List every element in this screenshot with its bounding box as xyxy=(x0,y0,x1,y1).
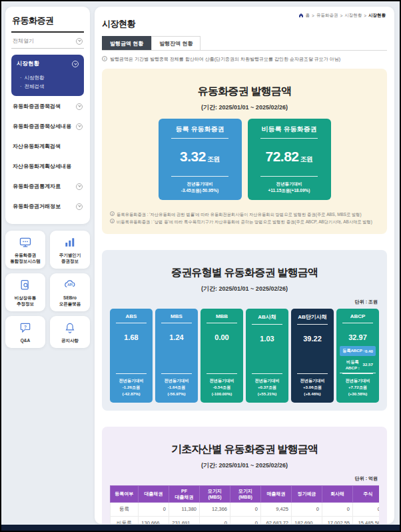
divider xyxy=(116,323,147,323)
quick-link-unlisted-estimate[interactable]: 비상장유통 추정정보 xyxy=(5,273,45,311)
sidebar-subitem-full-search[interactable]: 전체검색 xyxy=(17,81,79,90)
type-card-unit: 단위 : 조원 xyxy=(111,299,378,305)
sidebar-item-label: 유동화증권통계자료 xyxy=(13,183,61,190)
divider xyxy=(161,323,192,323)
sidebar-item-security-search[interactable]: 유동화증권종목검색 xyxy=(11,96,84,116)
sidebar-item-security-detail[interactable]: 유동화증권종목상세내용 xyxy=(11,116,84,136)
divider xyxy=(297,324,328,325)
footnote: 등록유동화증권 : '자산유동화에 관한 법률'에 따라 유동화전문회사등이 자… xyxy=(110,211,379,218)
box-yoy: 전년동기대비 -3.45조원(-50.95%) xyxy=(164,181,236,194)
unregistered-abs-box: 비등록 유동화증권 72.82조원 전년동기대비 +11.15조원(+18.09… xyxy=(248,119,331,200)
quick-link-label: SEBro 오픈플랫폼 xyxy=(51,295,89,307)
quick-link-label: 비상장유통 추정정보 xyxy=(7,295,44,307)
column-label: MBB xyxy=(203,313,240,323)
breadcrumb-home[interactable]: 홈 xyxy=(306,13,310,19)
breadcrumb-separator: > xyxy=(340,13,342,18)
sidebar-item-plan-search[interactable]: 자산유동화계획검색 xyxy=(11,136,84,156)
quick-link-qna[interactable]: ? Q&A xyxy=(5,316,45,348)
abcp-sub-value: 32.57 xyxy=(363,362,373,367)
registered-abs-box: 등록 유동화증권 3.32조원 전년동기대비 -3.45조원(-50.95%) xyxy=(159,119,242,200)
document-search-icon xyxy=(7,279,44,292)
column-label: AB사채 xyxy=(248,313,286,324)
asset-card-period: (기간: 2025/01/01 ~ 2025/02/26) xyxy=(110,461,379,470)
box-value: 3.32조원 xyxy=(164,149,236,165)
quick-link-notice[interactable]: 공지사항 xyxy=(50,316,90,348)
sidebar-subitem-market-status[interactable]: 시장현황 xyxy=(17,73,79,81)
chevron-up-circle-icon xyxy=(72,61,79,67)
divider xyxy=(206,323,237,323)
type-card-title: 증권유형별 유동화증권 발행금액 xyxy=(110,266,379,280)
col-header: 매출채권 xyxy=(261,485,292,502)
divider xyxy=(171,138,228,139)
bell-icon xyxy=(51,321,89,335)
sidebar-item-statistics[interactable]: 유동화증권통계자료 xyxy=(11,176,84,196)
question-bubble-icon: ? xyxy=(7,321,44,335)
quick-link-open-platform[interactable]: API SEBro 오픈플랫폼 xyxy=(50,273,90,311)
tab-bar: 발행금액 현황 발행잔액 현황 xyxy=(102,36,387,51)
breadcrumb-item[interactable]: 시장현황 xyxy=(344,13,362,19)
issuance-footnotes: 등록유동화증권 : '자산유동화에 관한 법률'에 따라 유동화전문회사등이 자… xyxy=(110,211,379,226)
column-yoy: 전년동기대비 -0.54조원 (-100.00%) xyxy=(203,377,240,397)
abcp-sub-label: 비등록ABCP : xyxy=(342,359,363,370)
tab-issuance-amount[interactable]: 발행금액 현황 xyxy=(102,36,151,50)
svg-text:?: ? xyxy=(24,325,27,329)
yoy-label: 전년동기대비 xyxy=(158,377,195,384)
table-row: 비등록 130,666.… 231,691.… 0 0 62,683.72 18… xyxy=(111,516,380,524)
yoy-amount: -1.26조원 xyxy=(113,384,150,391)
yoy-amount: +7.72조원 xyxy=(339,384,376,391)
box-label: 비등록 유동화증권 xyxy=(253,125,326,138)
column-value: 1.03 xyxy=(248,335,286,343)
box-yoy: 전년동기대비 +11.15조원(+18.09%) xyxy=(253,181,326,194)
yoy-value: -3.45조원(-50.95%) xyxy=(164,187,236,194)
yoy-pct: (-100.00%) xyxy=(203,391,240,397)
yoy-pct: (+8.46%) xyxy=(294,391,331,397)
yoy-label: 전년동기대비 xyxy=(339,377,376,384)
chevron-down-circle-icon xyxy=(76,203,83,210)
type-card-period: (기간: 2025/01/01 ~ 2025/02/26) xyxy=(110,285,379,293)
sidebar-group-market-status-header[interactable]: 시장현황 xyxy=(17,60,79,68)
issuance-card-title: 유동화증권 발행금액 xyxy=(110,85,379,99)
sidebar-item-trade-info[interactable]: 유동화증권거래정보 xyxy=(11,196,84,216)
info-icon xyxy=(110,211,115,216)
tab-outstanding-balance[interactable]: 발행잔액 현황 xyxy=(151,36,200,50)
quick-link-label: Q&A xyxy=(7,337,44,343)
sidebar-item-plan-detail[interactable]: 자산유동화계획상세내용 xyxy=(11,156,84,176)
cell: 231,691.… xyxy=(169,516,200,524)
divider xyxy=(116,373,147,374)
page-notice-text: 발행금액은 기간별 발행종목 전체를 합산하여 산출(단기증권의 차환발행규모를… xyxy=(110,56,340,63)
cell: 0 xyxy=(353,502,380,516)
breadcrumb-separator: > xyxy=(312,13,314,18)
quick-link-periodic-popular[interactable]: 주기별인기 증권정보 xyxy=(50,231,90,269)
asset-table: 등록여부 대출채권 PF 대출채권 모기지 (MBS) 모기지 (MBB) 매출… xyxy=(110,485,379,524)
cell: 15,485.58 xyxy=(353,516,380,524)
sidebar-group-sublist: 시장현황 전체검색 xyxy=(17,73,79,90)
col-header: 주식 xyxy=(353,485,380,502)
column-value: 1.68 xyxy=(113,333,150,341)
yoy-label: 전년동기대비 xyxy=(253,181,326,187)
sidebar-item-label: 유동화증권종목상세내용 xyxy=(13,123,71,130)
table-header-row: 등록여부 대출채권 PF 대출채권 모기지 (MBS) 모기지 (MBB) 매출… xyxy=(111,485,380,502)
column-yoy: 전년동기대비 -1.26조원 (-42.87%) xyxy=(113,377,150,397)
column-yoy: 전년동기대비 -1.64조원 (-56.97%) xyxy=(158,377,195,397)
quick-link-integrated-info[interactable]: 유동화증권 통합정보시스템 xyxy=(5,231,45,269)
type-column-ab-bond: AB사채 1.03 전년동기대비 +0.37조원 (+55.21%) xyxy=(246,309,288,403)
type-columns: ABS 1.68 전년동기대비 -1.26조원 (-42.87%) MBS 1.… xyxy=(110,309,379,403)
abcp-sub-label: 등록ABCP : xyxy=(342,348,365,354)
col-header: PF 대출채권 xyxy=(169,485,200,502)
cell: 12,366 xyxy=(200,502,230,516)
home-icon[interactable] xyxy=(298,13,304,19)
breadcrumb-item[interactable]: 유동화증권 xyxy=(316,13,338,19)
col-header: 등록여부 xyxy=(111,485,139,502)
column-yoy: 전년동기대비 +0.37조원 (+55.21%) xyxy=(248,377,286,397)
breadcrumb: 홈 > 유동화증권 > 시장현황 > 시장현황 xyxy=(298,13,386,19)
sidebar-expand-all[interactable]: 전체열기 xyxy=(11,33,84,49)
quick-link-label: 주기별인기 증권정보 xyxy=(51,252,89,264)
divider xyxy=(260,138,317,139)
yoy-label: 전년동기대비 xyxy=(203,377,240,384)
cell: 0 xyxy=(230,516,261,524)
breadcrumb-current: 시장현황 xyxy=(368,13,386,19)
main-content: 홈 > 유동화증권 > 시장현황 > 시장현황 시장현황 발행금액 현황 발행잔… xyxy=(95,7,394,524)
col-header: 회사채 xyxy=(322,485,353,502)
sidebar: 유동화증권 전체열기 시장현황 시장현황 전체검색 유동화증권종목검색 xyxy=(5,7,90,348)
footer-bar xyxy=(1,525,400,531)
